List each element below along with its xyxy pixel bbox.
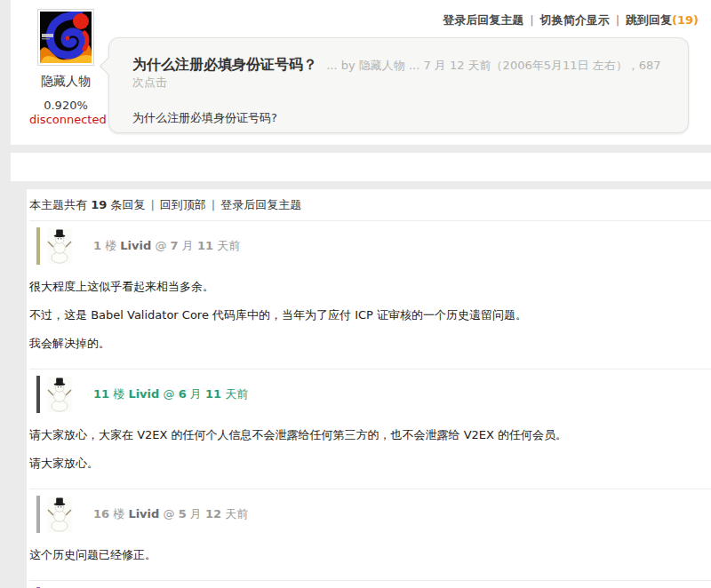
at-symbol: @	[164, 507, 179, 520]
author-status-label: disconnected	[29, 113, 102, 126]
topic-author-avatar[interactable]	[37, 9, 94, 66]
reply-item: 17 楼 Livid @ 5 月 12 天前 详情请见下面这个帖子。注册和更新步…	[29, 580, 711, 588]
topic-author-name[interactable]: 隐藏人物	[29, 74, 102, 90]
time-month-label: 月	[182, 239, 197, 252]
time-days-label: 天前	[225, 387, 248, 401]
time-month-value: 7	[171, 239, 179, 252]
reply-meta-line: 1 楼 Livid @ 7 月 11 天前	[93, 238, 240, 254]
reply-author-link[interactable]: Livid	[120, 239, 151, 252]
time-month-label: 月	[190, 507, 205, 520]
login-to-reply-link[interactable]: 登录后回复主题	[443, 13, 523, 27]
snowman-icon	[47, 228, 72, 264]
time-days-value: 11	[197, 239, 213, 252]
time-days-value: 12	[205, 507, 221, 520]
snowman-avatar[interactable]	[47, 228, 72, 264]
snowman-icon	[47, 497, 72, 532]
replies-section: 本主题共有 19 条回复|回到顶部|登录后回复主题	[27, 189, 711, 588]
snowman-avatar[interactable]	[47, 497, 72, 532]
reply-item: 16 楼 Livid @ 5 月 12 天前 这个历史问题已经修正。	[29, 489, 711, 580]
reply-body: 这个历史问题已经修正。	[29, 534, 711, 580]
stats-separator: |	[150, 198, 154, 211]
reply-author-link[interactable]: Livid	[128, 387, 159, 401]
reply-header: 11 楼 Livid @ 6 月 11 天前	[29, 375, 711, 414]
stats-suffix: 条回复	[110, 198, 145, 211]
floor-number: 16	[93, 507, 109, 520]
reply-paragraph: 很大程度上这似乎看起来相当多余。	[29, 279, 711, 295]
floor-number: 1	[93, 239, 101, 252]
floor-number: 11	[93, 387, 109, 401]
toggle-profile-link[interactable]: 切换简介显示	[540, 13, 610, 27]
time-month-value: 5	[179, 507, 187, 520]
reply-color-bar	[36, 376, 40, 413]
snowman-avatar[interactable]	[47, 377, 72, 412]
stats-prefix: 本主题共有	[29, 198, 87, 211]
topic-section: 登录后回复主题|切换简介显示|跳到回复(19) 隐藏人物 0.920% disc…	[11, 0, 711, 145]
reply-header: 16 楼 Livid @ 5 月 12 天前	[29, 495, 711, 534]
time-days-value: 11	[205, 387, 221, 401]
top-action-links: 登录后回复主题|切换简介显示|跳到回复(19)	[443, 12, 699, 28]
stats-reply-count: 19	[91, 198, 107, 211]
time-month-label: 月	[190, 387, 205, 401]
at-symbol: @	[164, 387, 179, 401]
nav-separator: |	[616, 13, 619, 27]
floor-label: 楼	[113, 387, 128, 401]
stats-separator: |	[212, 198, 215, 211]
snowman-icon	[47, 377, 72, 412]
reply-paragraph: 这个历史问题已经修正。	[29, 547, 711, 563]
reply-paragraph: 请大家放心，大家在 V2EX 的任何个人信息不会泄露给任何第三方的，也不会泄露给…	[29, 427, 711, 443]
reply-author-link[interactable]: Livid	[128, 507, 159, 520]
floor-label: 楼	[105, 239, 120, 252]
reply-color-bar	[36, 496, 40, 533]
reply-paragraph: 我会解决掉的。	[29, 336, 711, 352]
reply-count-badge: (19)	[672, 13, 699, 27]
reply-paragraph: 不过，这是 Babel Validator Core 代码库中的，当年为了应付 …	[29, 307, 711, 323]
login-to-reply-link[interactable]: 登录后回复主题	[220, 198, 301, 211]
reply-meta-line: 16 楼 Livid @ 5 月 12 天前	[93, 506, 248, 522]
topic-bubble: 为什么注册必填身份证号码？ ... by 隐藏人物 ... 7 月 12 天前（…	[108, 37, 689, 133]
time-days-label: 天前	[225, 507, 248, 520]
back-to-top-link[interactable]: 回到顶部	[160, 198, 206, 211]
reply-meta-line: 11 楼 Livid @ 6 月 11 天前	[93, 386, 248, 402]
author-profile-card: 隐藏人物 0.920% disconnected	[29, 9, 102, 126]
reply-item: 11 楼 Livid @ 6 月 11 天前 请大家放心，大家在 V2EX 的任…	[29, 369, 711, 489]
reply-color-bar	[36, 227, 40, 265]
time-month-value: 6	[179, 387, 187, 401]
replies-stats-line: 本主题共有 19 条回复|回到顶部|登录后回复主题	[29, 189, 711, 220]
reply-paragraph: 请大家放心。	[29, 456, 711, 472]
jump-to-reply-link[interactable]: 跳到回复(19)	[626, 13, 699, 27]
at-symbol: @	[155, 239, 170, 252]
topic-body-text: 为什么注册必填身份证号码?	[109, 91, 688, 126]
nav-separator: |	[530, 13, 533, 27]
reply-header: 1 楼 Livid @ 7 月 11 天前	[29, 226, 711, 266]
swirl-art-icon	[40, 12, 92, 63]
replies-list: 1 楼 Livid @ 7 月 11 天前 很大程度上这似乎看起来相当多余。不过…	[29, 220, 711, 588]
topic-title: 为什么注册必填身份证号码？	[132, 56, 317, 73]
empty-module-strip	[11, 153, 711, 181]
reply-body: 很大程度上这似乎看起来相当多余。不过，这是 Babel Validator Co…	[29, 266, 711, 369]
reply-item: 1 楼 Livid @ 7 月 11 天前 很大程度上这似乎看起来相当多余。不过…	[29, 220, 711, 369]
author-percent-value: 0.920%	[29, 99, 102, 112]
floor-label: 楼	[113, 507, 128, 520]
reply-body: 请大家放心，大家在 V2EX 的任何个人信息不会泄露给任何第三方的，也不会泄露给…	[29, 414, 711, 489]
time-days-label: 天前	[217, 239, 240, 252]
